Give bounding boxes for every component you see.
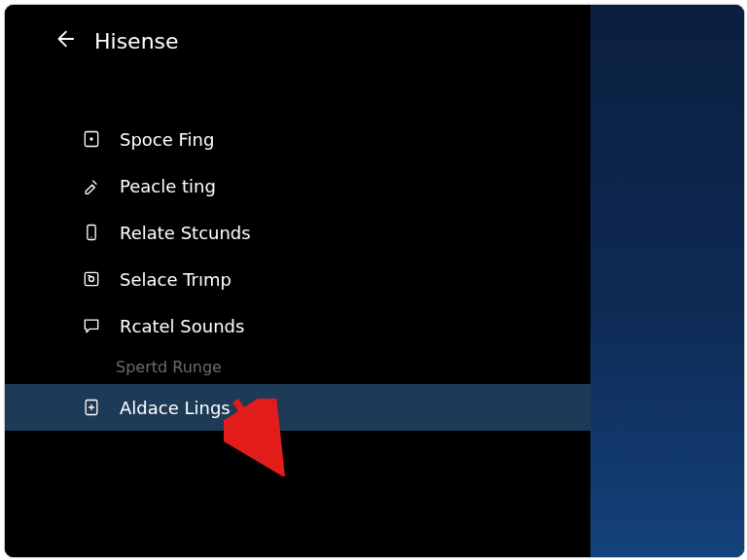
- menu-item-label: Rcatel Sounds: [120, 316, 244, 336]
- menu-sublabel: Spertd Runge: [5, 349, 590, 384]
- menu-item-spoce-fing[interactable]: Spoce Fing: [5, 116, 590, 162]
- settings-panel: Hisense Spoce Fing Peacle ting Relate St: [5, 5, 590, 557]
- menu-item-label: Relate Stcunds: [120, 223, 251, 243]
- chat-icon: [81, 315, 102, 336]
- device-frame: Hisense Spoce Fing Peacle ting Relate St: [4, 4, 745, 558]
- document-icon: [81, 128, 102, 150]
- menu-item-rcatel-sounds[interactable]: Rcatel Sounds: [5, 302, 590, 349]
- menu-item-label: Aldace Lings: [120, 398, 231, 418]
- menu-item-relate-stcunds[interactable]: Relate Stcunds: [5, 209, 590, 256]
- page-title: Hisense: [94, 29, 179, 53]
- svg-point-1: [90, 138, 92, 140]
- svg-rect-4: [85, 272, 97, 285]
- device-icon: [81, 222, 102, 243]
- menu-list: Spoce Fing Peacle ting Relate Stcunds Se…: [5, 116, 590, 431]
- right-gradient-band: [590, 5, 744, 557]
- header: Hisense: [5, 5, 590, 53]
- tool-icon: [81, 175, 102, 196]
- menu-item-label: Selace Trımp: [120, 269, 231, 290]
- menu-item-label: Spoce Fing: [120, 129, 214, 150]
- menu-item-selace-trimp[interactable]: Selace Trımp: [5, 256, 590, 302]
- menu-item-peacle-ting[interactable]: Peacle ting: [5, 162, 590, 209]
- back-button[interactable]: [52, 28, 77, 53]
- menu-item-aldace-lings[interactable]: Aldace Lings: [5, 384, 590, 431]
- document-plus-icon: [81, 397, 102, 418]
- settings-box-icon: [81, 268, 102, 290]
- back-arrow-icon: [53, 28, 75, 54]
- menu-item-label: Peacle ting: [120, 176, 216, 196]
- svg-point-5: [89, 277, 94, 282]
